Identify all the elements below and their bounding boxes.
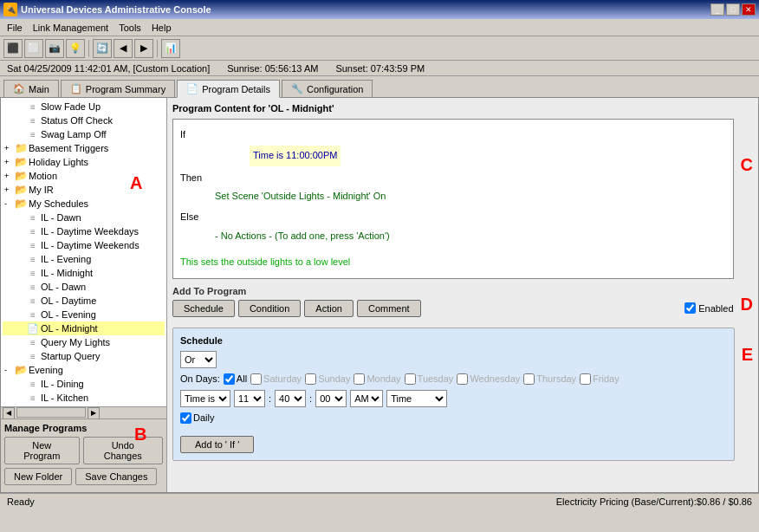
toolbar-btn-3[interactable]: 📷 xyxy=(45,39,64,58)
sunday-checkbox[interactable] xyxy=(305,373,316,385)
type-select[interactable]: Time Sunrise Sunset xyxy=(386,390,447,407)
new-folder-button[interactable]: New Folder xyxy=(4,468,72,485)
label-d: D xyxy=(741,295,753,315)
tree-item-ol-daytime[interactable]: ≡ OL - Daytime xyxy=(3,294,165,308)
app-title: Universal Devices Administrative Console xyxy=(21,4,211,15)
right-panel: Program Content for 'OL - Midnight' If T… xyxy=(167,98,758,492)
program-content-box: If Time is 11:00:00PM Then Set Scene 'Ou… xyxy=(172,119,734,279)
wednesday-checkbox[interactable] xyxy=(457,373,468,385)
comment-button[interactable]: Comment xyxy=(357,300,421,317)
logic-select[interactable]: Or And xyxy=(180,351,217,368)
toolbar-btn-8[interactable]: 📊 xyxy=(161,39,180,58)
else-label: Else xyxy=(180,211,198,222)
tab-summary-icon: 📋 xyxy=(70,83,82,94)
saturday-checkbox[interactable] xyxy=(250,373,262,385)
menu-link-management[interactable]: Link Management xyxy=(28,21,114,35)
tree-area[interactable]: ≡ Slow Fade Up ≡ Status Off Check ≡ Swag… xyxy=(1,98,166,406)
folder-icon: 📁 xyxy=(15,142,27,154)
manage-programs-panel: Manage Programs New Program Undo Changes… xyxy=(1,418,166,492)
undo-changes-button[interactable]: Undo Changes xyxy=(83,437,163,464)
tuesday-checkbox[interactable] xyxy=(405,373,416,385)
tree-item-il-daytime-weekdays[interactable]: ≡ IL - Daytime Weekdays xyxy=(3,224,165,238)
tree-item-my-schedules[interactable]: - 📂 My Schedules xyxy=(3,197,165,211)
tree-item-query-my-lights[interactable]: ≡ Query My Lights xyxy=(3,335,165,349)
tab-main[interactable]: 🏠 Main xyxy=(3,80,59,97)
sunday-label: Sunday xyxy=(318,373,350,384)
monday-label: Monday xyxy=(367,373,400,384)
scroll-left-button[interactable]: ◀ xyxy=(3,407,15,419)
page-icon: ≡ xyxy=(27,392,39,404)
ampm-select[interactable]: AM PM xyxy=(350,390,383,407)
minimize-button[interactable]: _ xyxy=(710,3,724,16)
tree-item-il-dawn[interactable]: ≡ IL - Dawn xyxy=(3,211,165,224)
tree-item-il-midnight[interactable]: ≡ IL - Midnight xyxy=(3,266,165,280)
enabled-label: Enabled xyxy=(698,303,733,314)
all-days-label: All xyxy=(237,373,247,384)
tree-item-slow-fade-up[interactable]: ≡ Slow Fade Up xyxy=(3,100,165,114)
tree-item-swag-lamp-off[interactable]: ≡ Swag Lamp Off xyxy=(3,127,165,141)
time-is-select[interactable]: Time is xyxy=(180,390,230,407)
menu-tools[interactable]: Tools xyxy=(114,21,146,35)
tree-toggle: + xyxy=(4,172,15,180)
tree-item-ol-dawn[interactable]: ≡ OL - Dawn xyxy=(3,280,165,294)
tree-toggle: - xyxy=(4,199,15,208)
toolbar-btn-6[interactable]: ◀ xyxy=(114,39,133,58)
tab-configuration[interactable]: 🔧 Configuration xyxy=(282,80,373,97)
tree-item-holiday-lights[interactable]: + 📂 Holiday Lights xyxy=(3,155,165,169)
new-program-button[interactable]: New Program xyxy=(4,437,80,464)
tree-item-motion[interactable]: + 📂 Motion xyxy=(3,169,165,183)
tab-program-summary[interactable]: 📋 Program Summary xyxy=(61,80,175,97)
menu-help[interactable]: Help xyxy=(146,21,177,35)
toolbar-btn-4[interactable]: 💡 xyxy=(66,39,85,58)
tree-item-basement-triggers[interactable]: + 📁 Basement Triggers xyxy=(3,141,165,155)
all-days-checkbox[interactable] xyxy=(224,373,235,385)
tree-item-il-dining[interactable]: ≡ IL - Dining xyxy=(3,377,165,391)
page-icon: ≡ xyxy=(27,128,39,140)
page-icon: ≡ xyxy=(27,378,39,390)
toolbar-btn-1[interactable]: ⬛ xyxy=(3,39,23,58)
page-icon: ≡ xyxy=(27,211,39,224)
tab-config-icon: 🔧 xyxy=(291,83,303,94)
minute-select[interactable]: 40 xyxy=(275,390,306,407)
second-select[interactable]: 00 xyxy=(315,390,347,407)
scroll-right-button[interactable]: ▶ xyxy=(88,407,100,419)
toolbar-btn-7[interactable]: ▶ xyxy=(134,39,153,58)
tree-item-il-evening[interactable]: ≡ IL - Evening xyxy=(3,252,165,266)
toolbar-separator xyxy=(88,40,89,57)
manage-programs-title: Manage Programs xyxy=(4,423,163,433)
add-to-if-button[interactable]: Add to ' If ' xyxy=(180,436,254,453)
enabled-checkbox[interactable] xyxy=(684,302,696,314)
page-icon: ≡ xyxy=(27,295,39,307)
toolbar-btn-5[interactable]: 🔄 xyxy=(93,39,112,58)
then-label: Then xyxy=(180,172,202,183)
save-changes-button[interactable]: Save Changes xyxy=(75,468,157,485)
folder-icon: 📂 xyxy=(15,170,27,182)
maximize-button[interactable]: □ xyxy=(726,3,740,16)
schedule-button[interactable]: Schedule xyxy=(172,300,235,317)
tree-item-ol-midnight[interactable]: 📄 OL - Midnight xyxy=(3,321,165,335)
condition-button[interactable]: Condition xyxy=(238,300,301,317)
friday-checkbox[interactable] xyxy=(580,373,591,385)
thursday-label: Thursday xyxy=(536,373,576,384)
tree-label: Motion xyxy=(29,171,57,181)
tab-program-details[interactable]: 📄 Program Details xyxy=(177,80,280,98)
tree-item-status-off-check[interactable]: ≡ Status Off Check xyxy=(3,114,165,127)
action-button[interactable]: Action xyxy=(304,300,354,317)
tree-item-il-kitchen[interactable]: ≡ IL - Kitchen xyxy=(3,391,165,405)
tree-item-my-ir[interactable]: + 📂 My IR xyxy=(3,183,165,197)
tab-config-label: Configuration xyxy=(307,84,363,94)
tree-item-ol-evening[interactable]: ≡ OL - Evening xyxy=(3,308,165,321)
tab-summary-label: Program Summary xyxy=(86,84,165,94)
close-button[interactable]: ✕ xyxy=(742,3,756,16)
tree-item-il-daytime-weekends[interactable]: ≡ IL - Daytime Weekends xyxy=(3,238,165,252)
tree-item-evening[interactable]: - 📂 Evening xyxy=(3,363,165,377)
menu-file[interactable]: File xyxy=(2,21,28,35)
monday-checkbox[interactable] xyxy=(354,373,365,385)
tree-item-startup-query[interactable]: ≡ Startup Query xyxy=(3,349,165,363)
hour-select[interactable]: 11 xyxy=(234,390,265,407)
daily-checkbox[interactable] xyxy=(180,412,191,424)
tab-main-icon: 🏠 xyxy=(13,83,25,94)
toolbar-btn-2[interactable]: ⬜ xyxy=(24,39,43,58)
thursday-checkbox[interactable] xyxy=(523,373,535,385)
tab-bar: 🏠 Main 📋 Program Summary 📄 Program Detai… xyxy=(0,76,759,97)
